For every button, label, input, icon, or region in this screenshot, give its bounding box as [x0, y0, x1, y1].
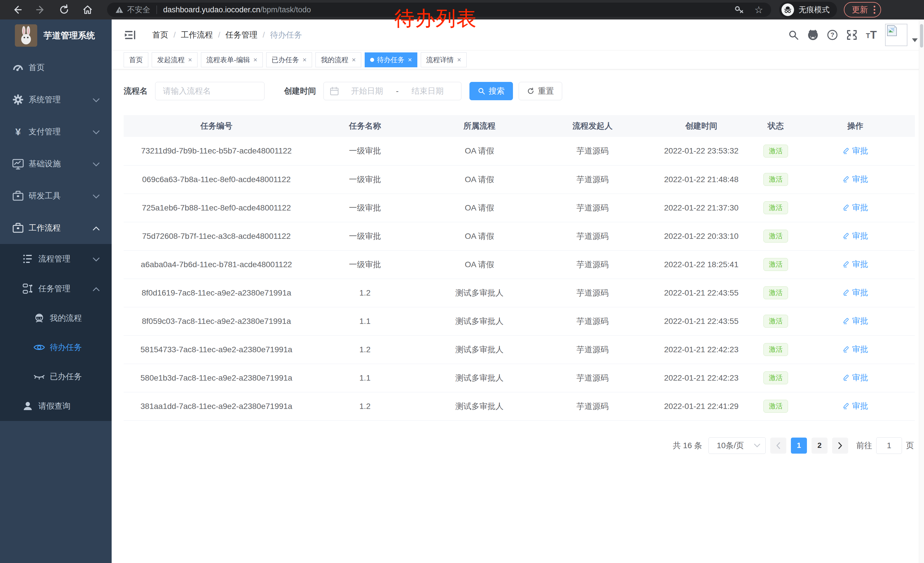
- reset-button[interactable]: 重置: [519, 82, 562, 100]
- sidebar-item-devtools[interactable]: 研发工具: [0, 180, 112, 212]
- chevron-down-icon: [93, 127, 100, 136]
- close-icon[interactable]: ×: [352, 56, 356, 64]
- app-logo-row[interactable]: 芋道管理系统: [0, 20, 112, 51]
- cell-task-id: 069c6a63-7b8a-11ec-8ef0-acde48001122: [124, 165, 309, 194]
- approve-link[interactable]: 审批: [842, 401, 868, 411]
- scrollbar-thumb[interactable]: [920, 24, 923, 48]
- cell-starter: 芋道源码: [538, 222, 647, 250]
- browser-update-button[interactable]: 更新: [844, 2, 881, 18]
- bookmark-star-icon[interactable]: ☆: [754, 5, 763, 15]
- close-icon[interactable]: ×: [408, 56, 412, 64]
- browser-forward-icon[interactable]: [34, 3, 47, 16]
- close-icon[interactable]: ×: [188, 56, 192, 64]
- tab-todo-tasks[interactable]: 待办任务×: [364, 53, 417, 67]
- approve-link[interactable]: 审批: [842, 146, 868, 156]
- task-table: 任务编号 任务名称 所属流程 流程发起人 创建时间 状态 操作 73211d9d…: [124, 115, 915, 421]
- sidebar-item-leave-query[interactable]: 请假查询: [0, 391, 112, 421]
- sidebar-item-todo-tasks[interactable]: 待办任务: [0, 333, 112, 362]
- sidebar-item-task-mgmt[interactable]: 任务管理: [0, 274, 112, 303]
- cell-task-name: 一级审批: [309, 250, 421, 279]
- sidebar-item-process-mgmt[interactable]: 流程管理: [0, 244, 112, 274]
- close-icon[interactable]: ×: [254, 56, 257, 64]
- approve-link[interactable]: 审批: [842, 231, 868, 242]
- github-icon[interactable]: [803, 29, 823, 41]
- sidebar-item-done-tasks[interactable]: 已办任务: [0, 362, 112, 391]
- prev-page-button[interactable]: [770, 438, 786, 453]
- start-date-placeholder: 开始日期: [339, 86, 395, 96]
- breadcrumb-task-mgmt[interactable]: 任务管理: [225, 30, 258, 41]
- cell-starter: 芋道源码: [538, 307, 647, 335]
- cell-starter: 芋道源码: [538, 279, 647, 307]
- close-icon[interactable]: ×: [303, 56, 307, 64]
- url-text: dashboard.yudao.iocoder.cn/bpm/task/todo: [163, 6, 311, 14]
- table-row: 725a1eb6-7b88-11ec-8ef0-acde48001122 一级审…: [124, 194, 915, 222]
- sidebar-item-payment[interactable]: ¥ 支付管理: [0, 116, 112, 148]
- search-button[interactable]: 搜索: [470, 82, 513, 100]
- approve-link[interactable]: 审批: [842, 202, 868, 213]
- breadcrumb-separator: /: [174, 30, 176, 39]
- browser-menu-icon[interactable]: [874, 6, 875, 14]
- browser-reload-icon[interactable]: [58, 3, 70, 16]
- sidebar-item-home[interactable]: 首页: [0, 51, 112, 84]
- approve-link[interactable]: 审批: [842, 344, 868, 355]
- cell-create-time: 2022-01-21 22:43:55: [647, 279, 756, 307]
- password-key-icon[interactable]: [734, 4, 745, 15]
- cell-create-time: 2022-01-22 20:33:10: [647, 222, 756, 250]
- status-badge: 激活: [764, 286, 788, 299]
- status-badge: 激活: [764, 400, 788, 413]
- browser-home-icon[interactable]: [81, 3, 94, 16]
- page-size-select[interactable]: 10条/页: [708, 437, 766, 454]
- breadcrumb-home[interactable]: 首页: [152, 30, 168, 41]
- approve-link[interactable]: 审批: [842, 259, 868, 270]
- status-badge: 激活: [764, 343, 788, 356]
- table-row: a6aba0a4-7b6d-11ec-b781-acde48001122 一级审…: [124, 250, 915, 279]
- table-header-row: 任务编号 任务名称 所属流程 流程发起人 创建时间 状态 操作: [124, 115, 915, 137]
- close-icon[interactable]: ×: [457, 56, 461, 64]
- tab-done-tasks[interactable]: 已办任务×: [266, 53, 312, 67]
- sidebar-item-label: 首页: [28, 62, 45, 73]
- edit-icon: [842, 232, 850, 240]
- cell-task-name: 一级审批: [309, 222, 421, 250]
- tab-process-detail[interactable]: 流程详情×: [421, 53, 466, 67]
- page-2-button[interactable]: 2: [812, 438, 828, 453]
- screen: 不安全 dashboard.yudao.iocoder.cn/bpm/task/…: [0, 0, 924, 563]
- goto-page-input[interactable]: [876, 437, 902, 454]
- sidebar-item-system[interactable]: 系统管理: [0, 84, 112, 116]
- process-name-input[interactable]: [155, 82, 264, 100]
- sidebar-item-my-process[interactable]: 我的流程: [0, 303, 112, 333]
- page-scrollbar[interactable]: [919, 20, 924, 563]
- cell-process: OA 请假: [421, 137, 538, 165]
- help-icon[interactable]: ?: [823, 29, 842, 41]
- sidebar-item-infra[interactable]: 基础设施: [0, 148, 112, 180]
- approve-link-label: 审批: [852, 146, 868, 156]
- avatar-dropdown-caret[interactable]: [912, 38, 918, 42]
- browser-back-icon[interactable]: [11, 3, 24, 16]
- fullscreen-icon[interactable]: [842, 29, 862, 41]
- approve-link[interactable]: 审批: [842, 174, 868, 185]
- edit-icon: [842, 317, 850, 325]
- tree-list-icon: [21, 253, 34, 264]
- site-security-chip[interactable]: 不安全: [115, 5, 150, 15]
- col-actions: 操作: [796, 115, 915, 137]
- edit-icon: [842, 147, 850, 155]
- next-page-button[interactable]: [832, 438, 848, 453]
- sidebar-collapse-icon[interactable]: [124, 29, 136, 41]
- sidebar-item-workflow[interactable]: 工作流程: [0, 212, 112, 244]
- font-size-icon[interactable]: TT: [862, 30, 881, 40]
- tab-form-edit[interactable]: 流程表单-编辑×: [201, 53, 263, 67]
- tab-start-process[interactable]: 发起流程×: [152, 53, 198, 67]
- date-range-picker[interactable]: 开始日期 - 结束日期: [324, 82, 461, 100]
- approve-link[interactable]: 审批: [842, 287, 868, 298]
- approve-link[interactable]: 审批: [842, 372, 868, 383]
- tab-home[interactable]: 首页: [124, 53, 148, 67]
- tab-my-process[interactable]: 我的流程×: [315, 53, 361, 67]
- search-icon[interactable]: [784, 29, 803, 41]
- main-content: 首页 / 工作流程 / 任务管理 / 待办任务 ? TT 首页: [112, 20, 924, 563]
- page-1-button[interactable]: 1: [791, 438, 807, 453]
- table-row: 580e1b3d-7ac8-11ec-a9e2-a2380e71991a 1.1…: [124, 364, 915, 392]
- breadcrumb-workflow[interactable]: 工作流程: [181, 30, 213, 41]
- approve-link-label: 审批: [852, 401, 868, 411]
- avatar[interactable]: [885, 24, 908, 46]
- cell-starter: 芋道源码: [538, 194, 647, 222]
- approve-link[interactable]: 审批: [842, 315, 868, 326]
